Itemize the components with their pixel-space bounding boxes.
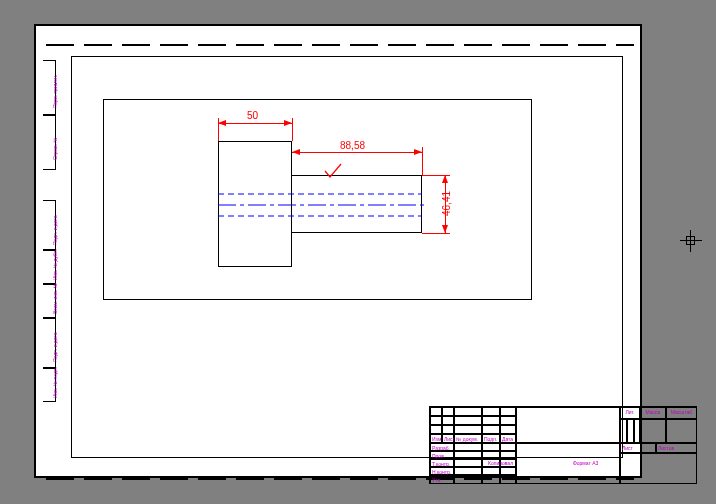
left-label-3: Подп. и дата	[52, 216, 58, 245]
footer-format: Формат A3	[573, 460, 598, 466]
tb-podp: Подп.	[482, 434, 500, 443]
footer-kopiroval: Копировал	[488, 460, 513, 466]
surface-finish-icon	[323, 163, 343, 183]
tb-docnum: № докум.	[454, 434, 482, 443]
left-label-1: Перв. примен.	[52, 75, 58, 108]
tb-lit: Лит.	[620, 407, 640, 419]
tb-company	[620, 453, 697, 484]
tb-data: Дата	[500, 434, 516, 443]
frame-dash-top	[46, 33, 634, 51]
title-block: Изм Лист № докум. Подп. Дата Разраб. Про…	[429, 406, 697, 484]
tb-designation	[516, 407, 620, 443]
left-label-5: Взам. инв. №	[52, 283, 58, 314]
tb-prov: Пров.	[430, 451, 454, 459]
dim-4641-text: 46,41	[441, 191, 452, 216]
crosshair-cursor-icon	[680, 230, 702, 252]
dim-50-text: 50	[247, 110, 258, 121]
left-label-6: Подп. и дата	[52, 333, 58, 362]
tb-sheet: Лист	[620, 443, 656, 453]
left-label-4: Инв. № дубл.	[52, 249, 58, 280]
left-label-7: Инв. № подл.	[52, 367, 58, 398]
left-label-2: Справ. №	[52, 137, 58, 160]
tb-sheets: Листов	[656, 443, 697, 453]
tb-razrab: Разраб.	[430, 443, 454, 451]
tb-tkontr: Т.контр.	[430, 459, 454, 467]
tb-utv: Утв.	[430, 475, 454, 484]
cad-canvas[interactable]: Перв. примен. Справ. № Подп. и дата Инв.…	[0, 0, 716, 504]
tb-masshtab: Масштаб	[666, 407, 697, 419]
tb-izm: Изм	[430, 434, 442, 443]
dim-8858-text: 88,58	[340, 140, 365, 151]
tb-nkontr: Н.контр.	[430, 467, 454, 475]
tb-massa: Масса	[640, 407, 666, 419]
tb-name	[516, 443, 620, 484]
tb-list: Лист	[442, 434, 454, 443]
